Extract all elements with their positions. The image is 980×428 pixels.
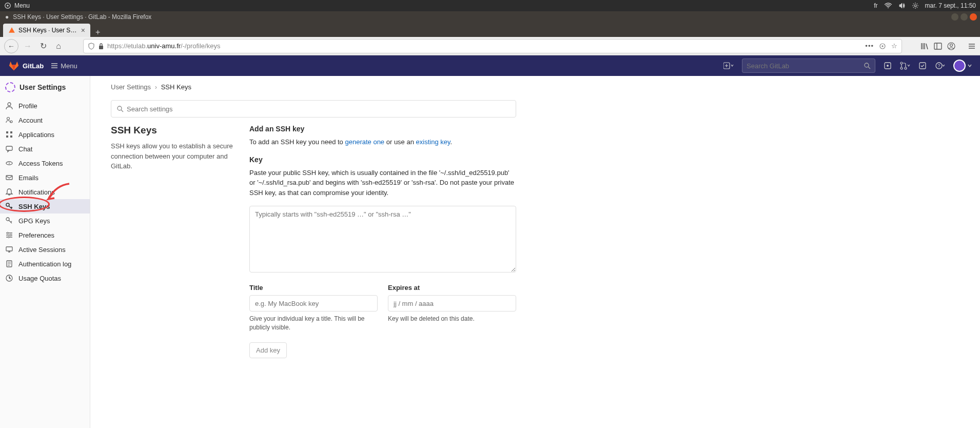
svg-rect-31 bbox=[6, 176, 12, 180]
profile-icon bbox=[5, 102, 13, 110]
gitlab-menu-button[interactable]: Menu bbox=[51, 62, 77, 70]
svg-point-1 bbox=[7, 5, 9, 7]
merge-requests-icon[interactable] bbox=[900, 62, 910, 70]
chat-icon bbox=[5, 145, 13, 153]
help-icon[interactable]: ? bbox=[935, 62, 945, 70]
reload-button[interactable]: ↻ bbox=[37, 40, 49, 52]
sidebar-item-account[interactable]: Account bbox=[0, 113, 90, 127]
sidebar-item-auth-log[interactable]: Authentication log bbox=[0, 257, 90, 271]
svg-rect-28 bbox=[6, 146, 12, 150]
sidebar-item-emails[interactable]: Emails bbox=[0, 170, 90, 185]
sidebar-item-label: Usage Quotas bbox=[18, 275, 61, 282]
generate-key-link[interactable]: generate one bbox=[345, 138, 384, 146]
sidebar-item-ssh-keys[interactable]: SSH Keys bbox=[0, 199, 90, 213]
applications-icon bbox=[5, 130, 13, 139]
svg-point-9 bbox=[950, 44, 953, 46]
svg-point-36 bbox=[8, 237, 10, 238]
sidebar-item-preferences[interactable]: Preferences bbox=[0, 228, 90, 242]
settings-search-input[interactable] bbox=[127, 105, 511, 113]
window-close-button[interactable] bbox=[970, 13, 977, 21]
os-clock[interactable]: mar. 7 sept., 11:50 bbox=[925, 2, 976, 9]
volume-icon[interactable] bbox=[898, 2, 906, 9]
settings-search-bar[interactable] bbox=[111, 100, 516, 118]
existing-key-link[interactable]: existing key bbox=[416, 138, 450, 146]
svg-point-40 bbox=[117, 106, 122, 110]
account-icon bbox=[5, 116, 13, 124]
new-tab-button[interactable]: + bbox=[90, 28, 105, 37]
forward-button[interactable]: → bbox=[22, 40, 34, 52]
sidebar-item-label: Access Tokens bbox=[18, 160, 63, 167]
bookmark-star-icon[interactable]: ☆ bbox=[891, 42, 897, 50]
user-avatar-dropdown[interactable] bbox=[953, 60, 972, 72]
gitlab-menu-label: Menu bbox=[61, 62, 77, 70]
gitlab-search-input[interactable] bbox=[747, 62, 860, 70]
user-settings-icon bbox=[5, 82, 15, 92]
sidebar-toggle-icon[interactable] bbox=[934, 42, 942, 50]
sidebar-item-label: Profile bbox=[18, 102, 37, 110]
sidebar-item-applications[interactable]: Applications bbox=[0, 127, 90, 142]
svg-point-2 bbox=[888, 7, 889, 8]
url-bar[interactable]: https://etulab.univ-amu.fr/-/profile/key… bbox=[83, 39, 902, 53]
tab-favicon-icon bbox=[8, 27, 15, 34]
key-textarea[interactable] bbox=[249, 206, 516, 273]
hamburger-icon bbox=[51, 62, 58, 69]
expires-input[interactable] bbox=[388, 295, 516, 312]
back-button[interactable]: ← bbox=[4, 39, 18, 53]
svg-rect-25 bbox=[10, 131, 12, 133]
svg-point-17 bbox=[905, 67, 907, 69]
wifi-icon[interactable] bbox=[884, 3, 892, 9]
window-minimize-button[interactable] bbox=[951, 13, 958, 21]
svg-point-3 bbox=[914, 5, 916, 7]
home-button[interactable]: ⌂ bbox=[52, 40, 65, 52]
token-icon bbox=[5, 159, 13, 167]
library-icon[interactable] bbox=[920, 42, 929, 50]
browser-tab-active[interactable]: SSH Keys · User Settings × bbox=[3, 24, 90, 37]
gitlab-logo[interactable]: GitLab bbox=[8, 60, 44, 71]
sidebar-item-label: Preferences bbox=[18, 231, 54, 239]
lock-icon[interactable] bbox=[98, 43, 104, 50]
plus-dropdown-button[interactable] bbox=[723, 62, 734, 69]
hamburger-menu-icon[interactable] bbox=[968, 42, 976, 50]
os-menu-label[interactable]: Menu bbox=[14, 2, 30, 9]
breadcrumb-root-link[interactable]: User Settings bbox=[111, 83, 151, 91]
permissions-icon[interactable] bbox=[879, 43, 886, 50]
issues-icon[interactable] bbox=[884, 62, 892, 70]
sidebar-heading-label: User Settings bbox=[19, 83, 66, 91]
sidebar-item-usage-quotas[interactable]: Usage Quotas bbox=[0, 271, 90, 285]
sidebar-item-label: Account bbox=[18, 116, 43, 124]
settings-gear-icon[interactable] bbox=[912, 2, 919, 9]
svg-point-14 bbox=[887, 65, 889, 67]
add-key-button[interactable]: Add key bbox=[249, 342, 287, 358]
preferences-icon bbox=[5, 231, 13, 239]
sidebar-heading[interactable]: User Settings bbox=[0, 76, 90, 99]
monitor-icon bbox=[5, 245, 13, 254]
expires-hint: Key will be deleted on this date. bbox=[388, 315, 516, 323]
breadcrumb-current: SSH Keys bbox=[161, 83, 191, 91]
gitlab-search-bar[interactable] bbox=[742, 59, 875, 73]
sidebar-item-notifications[interactable]: Notifications bbox=[0, 185, 90, 199]
page-actions-icon[interactable]: ••• bbox=[865, 42, 874, 50]
os-lang-indicator[interactable]: fr bbox=[874, 2, 877, 9]
window-maximize-button[interactable] bbox=[961, 13, 968, 21]
sidebar-item-access-tokens[interactable]: Access Tokens bbox=[0, 156, 90, 170]
page-heading: SSH Keys bbox=[111, 125, 239, 136]
add-key-text: To add an SSH key you need to generate o… bbox=[249, 137, 516, 147]
os-launcher-icon[interactable] bbox=[4, 2, 11, 9]
svg-line-41 bbox=[121, 110, 123, 112]
todos-icon[interactable] bbox=[918, 62, 927, 70]
app-icon: ● bbox=[5, 13, 9, 21]
shield-icon[interactable] bbox=[88, 43, 95, 50]
browser-tabs: SSH Keys · User Settings × + bbox=[0, 23, 980, 37]
sidebar-item-profile[interactable]: Profile bbox=[0, 99, 90, 113]
avatar-icon bbox=[953, 60, 966, 72]
sidebar-item-active-sessions[interactable]: Active Sessions bbox=[0, 242, 90, 257]
title-input[interactable] bbox=[249, 295, 378, 312]
sidebar-item-chat[interactable]: Chat bbox=[0, 142, 90, 156]
key-field-help: Paste your public SSH key, which is usua… bbox=[249, 168, 516, 198]
breadcrumb-separator: › bbox=[155, 83, 157, 91]
sidebar-item-gpg-keys[interactable]: GPG Keys bbox=[0, 213, 90, 228]
svg-rect-27 bbox=[10, 135, 12, 138]
account-icon[interactable] bbox=[947, 42, 955, 50]
svg-point-16 bbox=[900, 67, 903, 69]
tab-close-button[interactable]: × bbox=[81, 26, 85, 34]
